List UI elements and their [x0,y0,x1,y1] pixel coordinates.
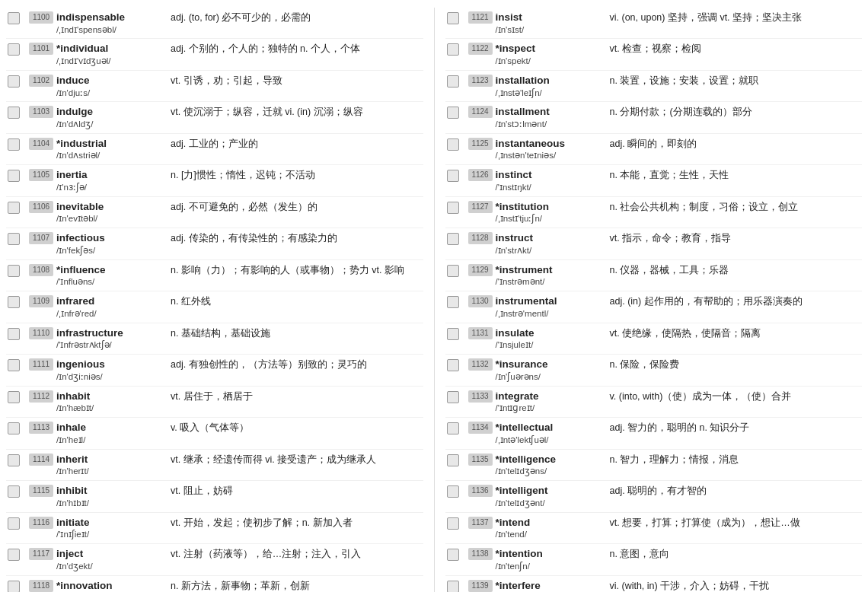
entry-pronunciation: /'ɪnɪʃieɪt/ [56,529,171,540]
checkbox[interactable] [8,75,20,88]
entry-checkbox-wrap [447,11,468,24]
entry-checkbox-wrap [8,74,29,88]
checkbox[interactable] [8,454,20,466]
checkbox[interactable] [8,549,20,561]
entry-pronunciation: /ˌɪnstə'leɪʃn/ [496,88,610,99]
entry-number: 1133 [468,390,493,403]
checkbox[interactable] [447,265,459,277]
entry-word-block: *intelligence/ɪn'telɪdʒəns/ [496,453,610,477]
entry-word-block: *intention/ɪn'tenʃn/ [496,547,610,571]
entry-headword: infrastructure [56,326,171,340]
entry-number: 1113 [29,422,53,434]
entry-word-block: *influence/'ɪnfluəns/ [56,263,171,288]
entry-pronunciation: /ˌɪnfrə'red/ [56,308,171,320]
checkbox[interactable] [8,107,20,119]
entry-definition: vt. 注射（药液等），给…注射；注入，引入 [171,547,422,562]
checkbox[interactable] [8,233,20,245]
entry-checkbox-wrap [447,200,468,214]
entry-word-block: instantaneous/ˌɪnstən'teɪniəs/ [496,137,610,161]
entry-number: 1121 [468,11,493,24]
checkbox[interactable] [8,265,20,277]
entry-number: 1116 [29,517,53,529]
entry-word-block: installment/ɪn'stɔːlmənt/ [496,105,610,129]
checkbox[interactable] [447,422,459,434]
checkbox[interactable] [447,170,459,182]
entry-number: 1128 [468,232,493,244]
entry-definition: vt. 开始，发起；使初步了解；n. 新加入者 [171,516,422,530]
checkbox[interactable] [447,549,459,561]
checkbox[interactable] [447,138,459,151]
entry-word-block: ingenious/ɪn'dʒiːniəs/ [56,358,171,382]
checkbox[interactable] [8,581,20,592]
entry-definition: vt. 居住于，栖居于 [171,390,422,404]
checkbox[interactable] [8,138,20,151]
entry-word-block: inherit/ɪn'herɪt/ [56,453,171,477]
entry-definition: n. 本能，直觉；生性，天性 [610,168,861,183]
entry-definition: n. 影响（力）；有影响的人（或事物）；势力 vt. 影响 [171,263,422,278]
checkbox[interactable] [447,581,459,592]
checkbox[interactable] [8,328,20,340]
entry-number: 1115 [29,485,53,497]
entry-definition: n. 红外线 [171,294,422,309]
checkbox[interactable] [8,422,20,434]
checkbox[interactable] [8,43,20,56]
checkbox[interactable] [447,517,459,530]
checkbox[interactable] [8,296,20,308]
checkbox[interactable] [447,296,459,308]
entry-definition: vt. 检查；视察；检阅 [610,42,861,56]
checkbox[interactable] [447,202,459,214]
entry-headword: instantaneous [496,137,610,151]
entry-checkbox-wrap [8,263,29,277]
checkbox[interactable] [8,170,20,182]
checkbox[interactable] [447,485,459,498]
checkbox[interactable] [447,43,459,56]
list-item: 1112inhabit/ɪn'hæbɪt/vt. 居住于，栖居于 [6,387,423,418]
checkbox[interactable] [8,391,20,403]
checkbox[interactable] [447,359,459,371]
checkbox[interactable] [447,328,459,340]
entry-headword: inevitable [56,200,171,214]
entry-checkbox-wrap [447,42,468,56]
checkbox[interactable] [8,517,20,530]
checkbox[interactable] [447,391,459,403]
checkbox[interactable] [8,485,20,498]
entry-headword: indispensable [56,11,171,24]
entry-definition: n. 智力，理解力；情报，消息 [610,453,861,467]
dictionary-page: 1100indispensable/ˌɪndɪ'spensəbl/adj. (t… [0,0,868,592]
entry-definition: vt. 阻止，妨碍 [171,484,422,498]
entry-definition: adj. 不可避免的，必然（发生）的 [171,200,422,215]
checkbox[interactable] [447,107,459,119]
entry-number: 1105 [29,169,53,181]
checkbox[interactable] [8,359,20,371]
checkbox[interactable] [447,12,459,24]
entry-headword: integrate [496,390,610,403]
checkbox[interactable] [8,202,20,214]
checkbox[interactable] [447,75,459,88]
checkbox[interactable] [8,12,20,24]
entry-checkbox-wrap [8,168,29,182]
entry-number: 1122 [468,43,493,55]
entry-headword: *intelligent [496,484,610,498]
list-item: 1123installation/ˌɪnstə'leɪʃn/n. 装置，设施；安… [445,71,863,102]
entry-word-block: *intellectual/ˌɪntə'lektʃuəl/ [496,421,610,445]
entry-checkbox-wrap [8,105,29,119]
checkbox[interactable] [447,454,459,466]
entry-pronunciation: /ɪn'fekʃəs/ [56,245,171,256]
entry-word-block: indispensable/ˌɪndɪ'spensəbl/ [56,11,171,35]
list-item: 1102induce/ɪn'djuːs/vt. 引诱，劝；引起，导致 [6,71,423,102]
list-item: 1131insulate/'ɪnsjuleɪt/vt. 使绝缘，使隔热，使隔音；… [445,323,863,355]
entry-headword: ingenious [56,358,171,371]
entry-headword: indulge [56,105,171,119]
entry-word-block: installation/ˌɪnstə'leɪʃn/ [496,74,610,98]
list-item: 1133integrate/'ɪntɪɡreɪt/v. (into, with)… [445,387,863,418]
entry-number: 1126 [468,169,493,181]
checkbox[interactable] [447,233,459,245]
list-item: 1139*interfere/ˌɪntə'fɪə/vi. (with, in) … [445,576,863,592]
entry-pronunciation: /'ɪnstrəmənt/ [496,276,610,288]
entry-number: 1134 [468,422,493,434]
entry-word-block: integrate/'ɪntɪɡreɪt/ [496,390,610,414]
entry-checkbox-wrap [447,168,468,182]
entry-headword: *individual [56,42,171,56]
entry-word-block: induce/ɪn'djuːs/ [56,74,171,98]
entry-headword: inject [56,547,171,561]
